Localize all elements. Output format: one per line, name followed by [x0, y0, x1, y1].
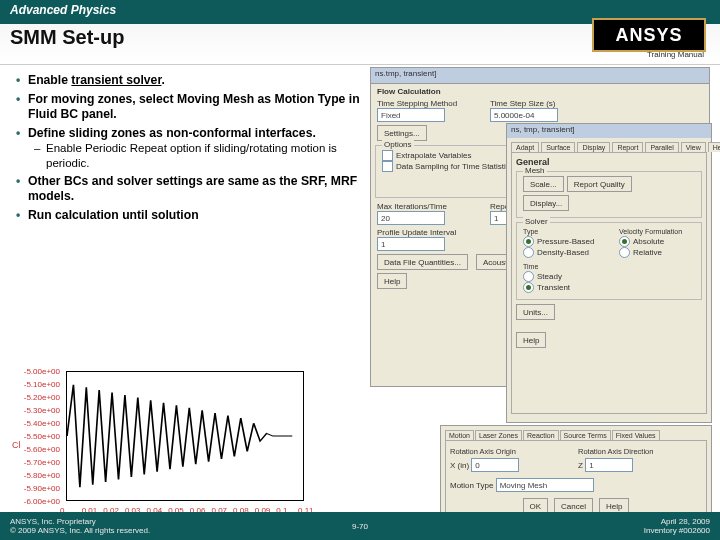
opt-extrapolate: Extrapolate Variables: [396, 151, 471, 160]
z-dir-field[interactable]: 1: [585, 458, 633, 472]
tab[interactable]: Motion: [445, 430, 474, 440]
menu-item[interactable]: Report: [612, 142, 643, 152]
menu-item[interactable]: Parallel: [645, 142, 678, 152]
max-iter-field[interactable]: 20: [377, 211, 445, 225]
section-label: Flow Calculation: [377, 87, 703, 96]
footer: ANSYS, Inc. Proprietary © 2009 ANSYS, In…: [0, 512, 720, 540]
direction-label: Rotation Axis Direction: [578, 447, 653, 456]
tss-field[interactable]: 5.0000e-04: [490, 108, 558, 122]
menu-item[interactable]: Help: [708, 142, 720, 152]
panel-titlebar: ns.tmp, transient]: [371, 68, 709, 84]
footer-left: ANSYS, Inc. Proprietary © 2009 ANSYS, In…: [10, 517, 150, 535]
menu-item[interactable]: Surface: [541, 142, 575, 152]
motion-type-field[interactable]: Moving Mesh: [496, 478, 594, 492]
checkbox[interactable]: [382, 161, 393, 172]
footer-right: April 28, 2009 Inventory #002600: [644, 517, 710, 535]
ansys-logo: ANSYS: [592, 18, 706, 52]
tab[interactable]: Laser Zones: [475, 430, 522, 440]
scale-button[interactable]: Scale...: [523, 176, 564, 192]
tab[interactable]: Source Terms: [560, 430, 611, 440]
y-tick: -5.70e+00: [10, 458, 60, 467]
data-file-quantities-button[interactable]: Data File Quantities...: [377, 254, 468, 270]
origin-label: Rotation Axis Origin: [450, 447, 568, 456]
training-manual-label: Training Manual: [647, 50, 704, 59]
checkbox[interactable]: [382, 150, 393, 161]
sub-bullet: Enable Periodic Repeat option if sliding…: [34, 141, 362, 170]
help-button[interactable]: Help: [377, 273, 407, 289]
bullet: For moving zones, select Moving Mesh as …: [16, 92, 362, 123]
upd-field[interactable]: 1: [377, 237, 445, 251]
y-tick: -5.80e+00: [10, 471, 60, 480]
tab[interactable]: Reaction: [523, 430, 559, 440]
radio-pressure-based[interactable]: [523, 236, 534, 247]
bullet: Define sliding zones as non-conformal in…: [16, 126, 362, 171]
settings-button[interactable]: Settings...: [377, 125, 427, 141]
tsm-field[interactable]: Fixed: [377, 108, 445, 122]
report-quality-button[interactable]: Report Quality: [567, 176, 632, 192]
menu-item[interactable]: Adapt: [511, 142, 539, 152]
bullet: Run calculation until solution: [16, 208, 362, 224]
mesh-group-title: Mesh: [523, 166, 547, 175]
body: Enable transient solver.For moving zones…: [0, 65, 720, 513]
tsm-label: Time Stepping Method: [377, 99, 487, 108]
menu-item[interactable]: View: [681, 142, 706, 152]
y-tick: -5.90e+00: [10, 484, 60, 493]
radio-transient[interactable]: [523, 282, 534, 293]
bullet: Enable transient solver.: [16, 73, 362, 89]
page-number: 9-70: [352, 522, 368, 531]
options-title: Options: [382, 140, 414, 149]
panel-titlebar: ns, tmp, transient]: [507, 124, 711, 138]
radio-density-based[interactable]: [523, 247, 534, 258]
y-tick: -5.40e+00: [10, 419, 60, 428]
header: Advanced Physics SMM Set-up ANSYS Traini…: [0, 0, 720, 65]
x-origin-field[interactable]: 0: [471, 458, 519, 472]
radio-steady[interactable]: [523, 271, 534, 282]
help-button[interactable]: Help: [516, 332, 546, 348]
display-button[interactable]: Display...: [523, 195, 569, 211]
slide: Advanced Physics SMM Set-up ANSYS Traini…: [0, 0, 720, 540]
y-tick: -5.00e+00: [10, 367, 60, 376]
cl-time-chart: Cl -5.00e+00-5.10e+00-5.20e+00-5.30e+00-…: [10, 365, 310, 525]
text-column: Enable transient solver.For moving zones…: [10, 73, 362, 227]
tss-label: Time Step Size (s): [490, 99, 590, 108]
menu-item[interactable]: Display: [577, 142, 610, 152]
max-iter-label: Max Iterations/Time: [377, 202, 487, 211]
y-tick: -5.10e+00: [10, 380, 60, 389]
y-tick: -6.00e+00: [10, 497, 60, 506]
radio-absolute[interactable]: [619, 236, 630, 247]
solver-group-title: Solver: [523, 217, 550, 226]
y-tick: -5.50e+00: [10, 432, 60, 441]
tab[interactable]: Fixed Values: [612, 430, 660, 440]
page-title: SMM Set-up: [10, 26, 124, 49]
units-button[interactable]: Units...: [516, 304, 555, 320]
y-tick: -5.20e+00: [10, 393, 60, 402]
radio-relative[interactable]: [619, 247, 630, 258]
upd-label: Profile Update Interval: [377, 228, 527, 237]
general-panel: ns, tmp, transient] AdaptSurfaceDisplayR…: [506, 123, 712, 423]
bullet: Other BCs and solver settings are same a…: [16, 174, 362, 205]
y-tick: -5.30e+00: [10, 406, 60, 415]
opt-sampling: Data Sampling for Time Statistics: [396, 162, 514, 171]
motion-type-label: Motion Type: [450, 481, 493, 490]
y-tick: -5.60e+00: [10, 445, 60, 454]
